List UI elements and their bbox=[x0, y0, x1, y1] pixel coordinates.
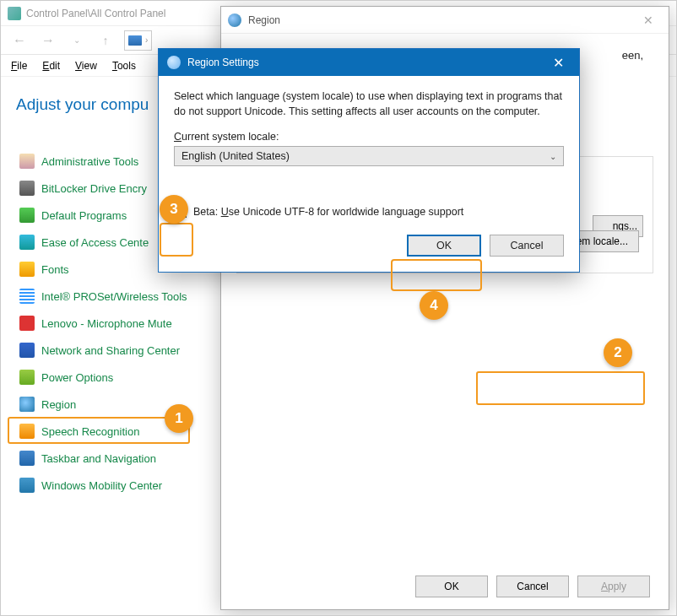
cp-item-label: Lenovo - Microphone Mute bbox=[41, 317, 172, 330]
step-badge-2: 2 bbox=[604, 338, 632, 367]
bitlocker-icon bbox=[19, 181, 35, 196]
close-icon[interactable]: ✕ bbox=[546, 53, 571, 73]
default-programs-icon bbox=[19, 208, 35, 223]
menu-edit[interactable]: Edit bbox=[42, 60, 60, 72]
cp-item-label: Fonts bbox=[41, 263, 69, 276]
intel-icon bbox=[19, 289, 35, 304]
rs-buttons: OK Cancel bbox=[174, 235, 564, 257]
locale-label: Current system locale: bbox=[174, 131, 564, 143]
beta-label: Beta: Use Unicode UTF-8 for worldwide la… bbox=[193, 206, 463, 218]
address-icon bbox=[128, 35, 142, 46]
region-settings-dialog: Region Settings ✕ Select which language … bbox=[158, 48, 580, 273]
rs-cancel-button[interactable]: Cancel bbox=[490, 235, 564, 257]
region-ok-button[interactable]: OK bbox=[415, 575, 488, 597]
menu-tools[interactable]: Tools bbox=[112, 60, 136, 72]
speech-icon bbox=[19, 424, 35, 439]
lenovo-icon bbox=[19, 316, 35, 331]
ease-of-access-icon bbox=[19, 235, 35, 250]
taskbar-icon bbox=[19, 451, 35, 466]
address-bar[interactable]: › bbox=[124, 30, 152, 51]
cp-item-label: Power Options bbox=[41, 371, 113, 384]
admin-tools-icon bbox=[19, 154, 35, 169]
rs-title: Region Settings bbox=[187, 57, 259, 68]
up-icon[interactable]: ↑ bbox=[95, 30, 116, 51]
region-apply-button: Apply bbox=[577, 575, 650, 597]
cp-item-label: Speech Recognition bbox=[41, 425, 139, 438]
chevron-right-icon: › bbox=[145, 35, 148, 45]
globe-icon bbox=[167, 56, 181, 69]
region-footer: OK Cancel Apply bbox=[415, 575, 650, 597]
close-icon[interactable]: ✕ bbox=[635, 10, 662, 30]
back-icon[interactable]: ← bbox=[9, 30, 30, 51]
cp-item-label: Windows Mobility Center bbox=[41, 479, 162, 492]
beta-utf8-row[interactable]: Beta: Use Unicode UTF-8 for worldwide la… bbox=[174, 205, 564, 218]
rs-body: Select which language (system locale) to… bbox=[159, 76, 579, 272]
rs-description: Select which language (system locale) to… bbox=[174, 89, 564, 119]
cp-title: Control Panel\All Control Panel bbox=[26, 8, 165, 19]
locale-select[interactable]: English (United States) ⌄ bbox=[174, 146, 564, 166]
region-icon bbox=[19, 397, 35, 412]
mobility-icon bbox=[19, 478, 35, 493]
step-badge-3: 3 bbox=[160, 195, 188, 224]
cp-item-label: Region bbox=[41, 398, 76, 411]
globe-icon bbox=[228, 14, 241, 27]
fonts-icon bbox=[19, 262, 35, 277]
step-badge-4: 4 bbox=[420, 291, 448, 320]
control-panel-icon bbox=[8, 7, 21, 20]
cp-item-label: Administrative Tools bbox=[41, 155, 138, 168]
power-icon bbox=[19, 370, 35, 385]
chevron-down-icon: ⌄ bbox=[550, 152, 556, 161]
step-badge-1: 1 bbox=[165, 404, 193, 433]
cp-item-label: Default Programs bbox=[41, 209, 127, 222]
recent-dropdown-icon[interactable]: ⌄ bbox=[67, 30, 87, 51]
cp-item-label: Taskbar and Navigation bbox=[41, 452, 156, 465]
cp-item-label: Ease of Access Cente bbox=[41, 236, 149, 249]
step2-highlight bbox=[476, 371, 645, 405]
rs-titlebar[interactable]: Region Settings ✕ bbox=[159, 49, 579, 76]
menu-file[interactable]: File bbox=[11, 60, 27, 72]
network-icon bbox=[19, 343, 35, 358]
locale-value: English (United States) bbox=[181, 150, 290, 162]
region-titlebar[interactable]: Region ✕ bbox=[221, 7, 669, 34]
forward-icon[interactable]: → bbox=[38, 30, 58, 51]
cp-item-label: Network and Sharing Center bbox=[41, 344, 180, 357]
cp-item-label: Intel® PROSet/Wireless Tools bbox=[41, 290, 187, 303]
region-title: Region bbox=[248, 14, 280, 26]
rs-ok-button[interactable]: OK bbox=[407, 235, 481, 257]
menu-view[interactable]: View bbox=[75, 60, 97, 72]
cp-item-label: BitLocker Drive Encry bbox=[41, 182, 147, 195]
region-cancel-button[interactable]: Cancel bbox=[496, 575, 569, 597]
